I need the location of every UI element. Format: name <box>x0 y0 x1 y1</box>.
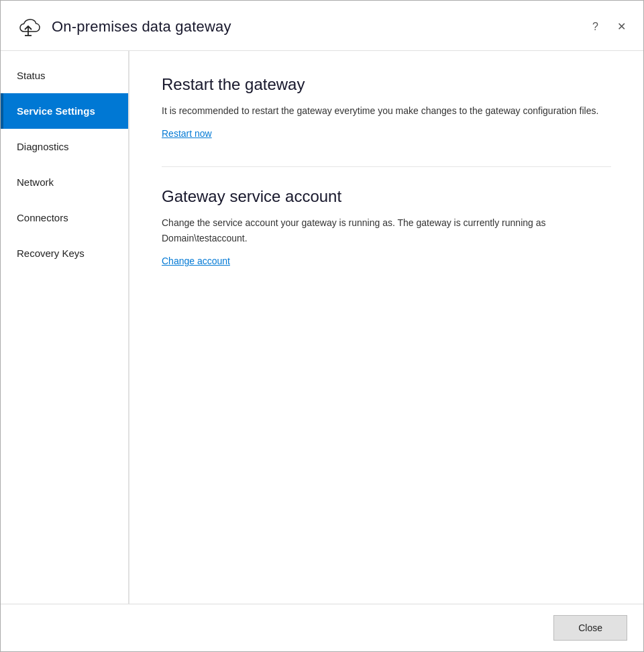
title-bar-left: On-premises data gateway <box>14 13 231 41</box>
title-bar: On-premises data gateway ? ✕ <box>1 1 643 51</box>
sidebar-item-status[interactable]: Status <box>1 58 128 93</box>
title-bar-controls: ? ✕ <box>588 20 630 34</box>
content-area: Status Service Settings Diagnostics Netw… <box>1 51 643 604</box>
close-button[interactable]: Close <box>553 615 627 641</box>
main-content: Restart the gateway It is recommended to… <box>129 51 643 604</box>
sidebar-item-network-label: Network <box>17 176 54 188</box>
account-section: Gateway service account Change the servi… <box>162 187 611 267</box>
sidebar-item-recovery-keys[interactable]: Recovery Keys <box>1 235 128 271</box>
sidebar-item-diagnostics[interactable]: Diagnostics <box>1 129 128 164</box>
sidebar-item-connectors[interactable]: Connectors <box>1 200 128 235</box>
window-title: On-premises data gateway <box>52 18 231 36</box>
account-section-description: Change the service account your gateway … <box>162 215 611 246</box>
restart-now-link[interactable]: Restart now <box>162 128 212 139</box>
change-account-link[interactable]: Change account <box>162 256 230 266</box>
cloud-upload-icon <box>14 13 42 41</box>
sidebar-item-diagnostics-label: Diagnostics <box>17 141 69 152</box>
sidebar-item-status-label: Status <box>17 70 46 81</box>
help-button[interactable]: ? <box>588 20 602 34</box>
sidebar-item-service-settings-label: Service Settings <box>17 105 95 117</box>
sidebar-item-network[interactable]: Network <box>1 164 128 200</box>
restart-section-description: It is recommended to restart the gateway… <box>162 103 611 118</box>
sidebar-item-service-settings[interactable]: Service Settings <box>1 93 128 129</box>
sidebar-item-connectors-label: Connectors <box>17 212 68 223</box>
sidebar: Status Service Settings Diagnostics Netw… <box>1 51 129 604</box>
application-window: On-premises data gateway ? ✕ Status Serv… <box>0 0 644 652</box>
account-section-title: Gateway service account <box>162 187 611 206</box>
restart-section: Restart the gateway It is recommended to… <box>162 75 611 140</box>
sidebar-item-recovery-keys-label: Recovery Keys <box>17 248 85 259</box>
footer: Close <box>1 604 643 651</box>
restart-section-title: Restart the gateway <box>162 75 611 94</box>
close-window-button[interactable]: ✕ <box>613 20 630 34</box>
section-divider <box>162 166 611 167</box>
